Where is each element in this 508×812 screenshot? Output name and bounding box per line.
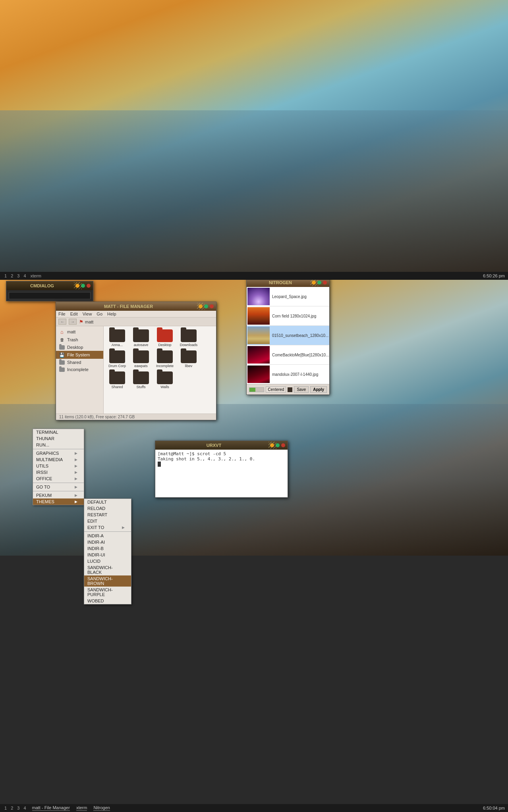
file-item-incomplete[interactable]: Incomplete <box>154 350 176 369</box>
fm-menu-edit[interactable]: Edit <box>70 312 78 316</box>
theme-sandwich-brown[interactable]: SANDWICH-BROWN <box>84 575 131 587</box>
ctx-goto[interactable]: GO TO ▶ <box>33 484 84 490</box>
task-xterm[interactable]: xterm <box>76 805 87 811</box>
cmdialog-window: CMDIALOG <box>6 281 93 301</box>
sidebar-item-filesystem[interactable]: 💾 File System <box>56 351 103 359</box>
nitrogen-close[interactable] <box>323 281 327 285</box>
workspace-b-3[interactable]: 3 <box>16 806 21 810</box>
ctx-themes-arrow: ▶ <box>75 500 77 504</box>
taskbar-top: 1 2 3 4 xterm 6:50:26 pm <box>0 272 508 280</box>
cmdialog-input-field[interactable] <box>9 292 91 299</box>
task-filemanager[interactable]: matt - File Manager <box>32 805 70 811</box>
ctx-run[interactable]: RUN... <box>33 442 84 448</box>
ctx-goto-arrow: ▶ <box>75 485 77 489</box>
fm-menu-go[interactable]: Go <box>97 312 102 316</box>
ctx-utils[interactable]: UTILS ▶ <box>33 463 84 469</box>
nitrogen-save-button[interactable]: Save <box>294 386 309 393</box>
theme-sandwich-black[interactable]: SANDWICH-BLACK <box>84 564 131 575</box>
nitrogen-item-mandolux[interactable]: mandolux-2007-l-1440.jpg <box>247 365 329 384</box>
nitrogen-footer: Centered Save Apply <box>247 384 329 394</box>
nitrogen-item-comeback[interactable]: ComeBacktoMe[Blue]1280x10... <box>247 345 329 365</box>
theme-lucid[interactable]: LUCID <box>84 558 131 564</box>
terminal-close[interactable] <box>281 443 285 447</box>
titlebar-stripes-cmdialog <box>74 282 82 289</box>
nitrogen-label-beach: 01510_sunsetbeach_1280x10... <box>270 333 329 338</box>
filemanager-close[interactable] <box>210 304 214 308</box>
ctx-irssi[interactable]: IRSSI ▶ <box>33 469 84 475</box>
fm-nav-back[interactable]: ← <box>58 319 66 325</box>
ctx-office-arrow: ▶ <box>75 477 77 481</box>
ctx-office[interactable]: OFFICE ▶ <box>33 475 84 482</box>
themes-submenu: DEFAULT RELOAD RESTART EDIT EXIT TO ▶ IN… <box>84 498 131 604</box>
ctx-terminal[interactable]: TERMINAL <box>33 429 84 435</box>
theme-restart[interactable]: RESTART <box>84 512 131 518</box>
ctx-themes[interactable]: THEMES ▶ <box>33 498 84 505</box>
fm-menu-file[interactable]: File <box>58 312 66 316</box>
file-item-libev[interactable]: libev <box>178 350 200 369</box>
nitrogen-item-beach[interactable]: 01510_sunsetbeach_1280x10... <box>247 326 329 345</box>
sidebar-item-shared[interactable]: Shared <box>56 359 103 366</box>
theme-exit-to[interactable]: EXIT TO ▶ <box>84 524 131 531</box>
theme-indir-b[interactable]: INDIR-B <box>84 545 131 552</box>
sidebar-item-incomplete[interactable]: Incomplete <box>56 366 103 373</box>
ctx-thunar[interactable]: THUNAR <box>33 435 84 442</box>
workspace-b-4[interactable]: 4 <box>22 806 27 810</box>
nitrogen-color-swatch[interactable] <box>288 387 292 392</box>
fm-menu-view[interactable]: View <box>83 312 92 316</box>
file-item-walls[interactable]: Walls <box>154 371 176 390</box>
theme-default[interactable]: DEFAULT <box>84 499 131 505</box>
terminal-title: URXVT <box>158 443 270 448</box>
sidebar-item-matt[interactable]: ⌂ matt <box>56 328 103 336</box>
terminal-titlebar[interactable]: URXVT <box>155 441 288 450</box>
sidebar-item-trash[interactable]: 🗑 Trash <box>56 336 103 344</box>
file-item-stuffs[interactable]: Stuffs <box>130 371 152 390</box>
theme-indir-ui-label: INDIR-UI <box>87 552 105 557</box>
nitrogen-apply-button[interactable]: Apply <box>310 386 327 393</box>
filemanager-content: Anna... autosave Desktop Downloads Drum … <box>104 326 216 414</box>
workspace-2[interactable]: 2 <box>10 273 14 278</box>
sidebar-item-desktop[interactable]: Desktop <box>56 344 103 351</box>
workspace-b-1[interactable]: 1 <box>3 806 8 810</box>
nitrogen-item-leopard[interactable]: Leopard_Space.jpg <box>247 287 329 306</box>
theme-indir-ui[interactable]: INDIR-UI <box>84 552 131 558</box>
cmdialog-close[interactable] <box>87 284 91 288</box>
nitrogen-mode-dropdown[interactable]: Centered <box>266 387 286 393</box>
workspace-switcher-bottom[interactable]: 1 2 3 4 <box>3 806 27 810</box>
file-item-anna[interactable]: Anna... <box>106 329 128 348</box>
cmdialog-titlebar[interactable]: CMDIALOG <box>6 281 93 290</box>
theme-indir-ai[interactable]: INDIR-AI <box>84 539 131 545</box>
theme-sandwich-purple[interactable]: SANDWICH-PURPLE <box>84 587 131 598</box>
workspace-1[interactable]: 1 <box>3 273 8 278</box>
ctx-graphics-label: GRAPHICS <box>36 451 59 456</box>
file-item-drumcorp[interactable]: Drum Corp <box>106 350 128 369</box>
file-item-autosave[interactable]: autosave <box>130 329 152 348</box>
filemanager-window: MATT - FILE MANAGER File Edit View Go He… <box>56 302 216 420</box>
workspace-switcher-top[interactable]: 1 2 3 4 <box>3 273 27 278</box>
fm-nav-forward[interactable]: → <box>69 319 77 325</box>
workspace-4[interactable]: 4 <box>22 273 27 278</box>
ctx-multimedia[interactable]: MULTIMEDIA ▶ <box>33 456 84 463</box>
theme-indir-a[interactable]: INDIR-A <box>84 533 131 539</box>
workspace-3[interactable]: 3 <box>16 273 21 278</box>
ctx-pekum[interactable]: PEKUM ▶ <box>33 492 84 498</box>
task-nitrogen[interactable]: Nitrogen <box>93 805 110 811</box>
file-item-downloads[interactable]: Downloads <box>178 329 200 348</box>
workspace-b-2[interactable]: 2 <box>10 806 14 810</box>
fm-menu-help[interactable]: Help <box>107 312 116 316</box>
terminal-body[interactable]: [matt@Matt ~]$ scrot -cd 5 Taking shot i… <box>155 450 288 497</box>
file-item-eawpats[interactable]: eawpats <box>130 350 152 369</box>
folder-icon-desktop <box>157 329 173 342</box>
file-item-desktop[interactable]: Desktop <box>154 329 176 348</box>
nitrogen-item-cornfield[interactable]: Corn field 1280x1024.jpg <box>247 306 329 326</box>
desktop-wallpaper-top <box>0 0 508 276</box>
theme-reload[interactable]: RELOAD <box>84 505 131 512</box>
ctx-graphics[interactable]: GRAPHICS ▶ <box>33 450 84 456</box>
filemanager-titlebar[interactable]: MATT - FILE MANAGER <box>56 302 216 311</box>
file-item-shared[interactable]: Shared <box>106 371 128 390</box>
filemanager-menubar: File Edit View Go Help <box>56 311 216 317</box>
theme-edit[interactable]: EDIT <box>84 518 131 524</box>
theme-wobed[interactable]: WOBED <box>84 598 131 604</box>
sidebar-label-desktop: Desktop <box>67 345 83 350</box>
sidebar-label-filesystem: File System <box>67 352 90 357</box>
fm-location-bar: ⚑ matt <box>79 319 93 325</box>
